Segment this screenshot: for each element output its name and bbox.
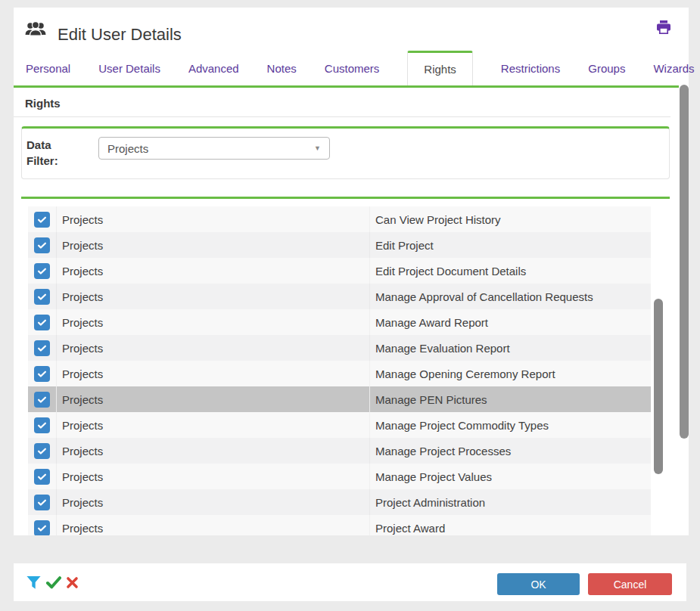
row-category: Projects [57,206,370,232]
printer-icon[interactable] [656,20,671,37]
checkbox-cell [28,284,57,309]
row-checkbox[interactable] [34,520,50,536]
table-row[interactable]: ProjectsManage PEN Pictures [28,386,651,412]
row-category: Projects [57,309,370,335]
row-right-label: Edit Project [370,232,651,258]
checkbox-cell [28,489,57,515]
row-right-label: Can View Project History [370,206,651,232]
row-right-label: Manage Evaluation Report [370,335,651,361]
row-checkbox[interactable] [34,392,50,408]
checkbox-cell [28,258,57,284]
tab-advanced[interactable]: Advanced [188,62,239,75]
grid-scrollbar-thumb[interactable] [654,299,663,474]
checkbox-cell [28,464,57,489]
row-checkbox[interactable] [34,289,50,305]
row-right-label: Manage Project Commodity Types [370,412,651,438]
section-title: Rights [25,97,61,110]
tab-bar: PersonalUser DetailsAdvancedNotesCustome… [14,51,679,85]
footer-icons [25,573,79,591]
table-row[interactable]: ProjectsCan View Project History [28,206,651,232]
table-row[interactable]: ProjectsProject Award [28,515,651,535]
table-row[interactable]: ProjectsEdit Project [28,232,651,258]
table-row[interactable]: ProjectsManage Evaluation Report [28,335,651,361]
tab-notes[interactable]: Notes [267,62,297,75]
accept-icon[interactable] [45,573,63,591]
table-row[interactable]: ProjectsManage Project Processes [28,438,651,464]
table-row[interactable]: ProjectsManage Project Values [28,464,651,489]
reject-icon[interactable] [65,575,79,590]
row-category: Projects [57,438,370,464]
row-right-label: Manage Approval of Cancellation Requests [370,284,651,309]
data-filter-panel: Data Filter: Projects ▼ [21,126,670,179]
table-row[interactable]: ProjectsManage Award Report [28,309,651,335]
row-checkbox[interactable] [34,237,50,253]
row-right-label: Manage PEN Pictures [370,386,651,412]
tab-groups[interactable]: Groups [588,62,625,75]
checkbox-cell [28,515,57,535]
table-row[interactable]: ProjectsProject Administration [28,489,651,515]
checkbox-cell [28,386,57,412]
row-category: Projects [57,361,370,386]
tab-customers[interactable]: Customers [325,62,380,75]
footer-bar: OK Cancel [14,563,686,601]
checkbox-cell [28,361,57,386]
row-right-label: Project Administration [370,489,651,515]
users-icon [25,21,46,40]
data-filter-label: Data Filter: [26,137,75,169]
row-checkbox[interactable] [34,315,50,330]
checkbox-cell [28,206,57,232]
checkbox-cell [28,438,57,464]
row-checkbox[interactable] [34,263,50,279]
tab-wizards[interactable]: Wizards [653,62,694,75]
row-category: Projects [57,464,370,489]
dialog-panel: Edit User Details PersonalUser DetailsAd… [14,8,689,535]
data-filter-value: Projects [107,142,148,155]
row-checkbox[interactable] [34,212,50,228]
divider [14,116,670,117]
cancel-button[interactable]: Cancel [588,573,672,595]
tab-user-details[interactable]: User Details [98,62,160,75]
row-category: Projects [57,386,370,412]
row-right-label: Manage Award Report [370,309,651,335]
data-filter-dropdown[interactable]: Projects ▼ [98,137,330,160]
table-row[interactable]: ProjectsManage Project Commodity Types [28,412,651,438]
row-checkbox[interactable] [34,443,50,459]
screen: Edit User Details PersonalUser DetailsAd… [0,0,700,611]
grid-top-border [21,197,670,199]
table-row[interactable]: ProjectsEdit Project Document Details [28,258,651,284]
ok-button[interactable]: OK [497,573,580,595]
row-right-label: Edit Project Document Details [370,258,651,284]
tab-underline [14,85,679,88]
row-checkbox[interactable] [34,366,50,382]
tab-restrictions[interactable]: Restrictions [501,62,560,75]
chevron-down-icon: ▼ [314,144,321,152]
table-row[interactable]: ProjectsManage Approval of Cancellation … [28,284,651,309]
page-scrollbar-thumb[interactable] [680,85,689,439]
row-category: Projects [57,258,370,284]
checkbox-cell [28,232,57,258]
tab-rights[interactable]: Rights [407,51,473,85]
row-checkbox[interactable] [34,340,50,356]
checkbox-cell [28,335,57,361]
checkbox-cell [28,309,57,335]
row-right-label: Manage Project Processes [370,438,651,464]
row-category: Projects [57,515,370,535]
row-checkbox[interactable] [34,495,50,510]
row-category: Projects [57,284,370,309]
tab-personal[interactable]: Personal [26,62,70,75]
row-checkbox[interactable] [34,469,50,485]
row-category: Projects [57,232,370,258]
rights-grid: ProjectsCan View Project HistoryProjects… [28,206,664,535]
row-checkbox[interactable] [34,417,50,433]
row-category: Projects [57,412,370,438]
checkbox-cell [28,412,57,438]
filter-icon[interactable] [25,574,42,591]
row-category: Projects [57,335,370,361]
page-title: Edit User Details [58,25,182,45]
row-right-label: Manage Opening Ceremony Report [370,361,651,386]
row-right-label: Project Award [370,515,651,535]
table-row[interactable]: ProjectsManage Opening Ceremony Report [28,361,651,386]
row-category: Projects [57,489,370,515]
row-right-label: Manage Project Values [370,464,651,489]
